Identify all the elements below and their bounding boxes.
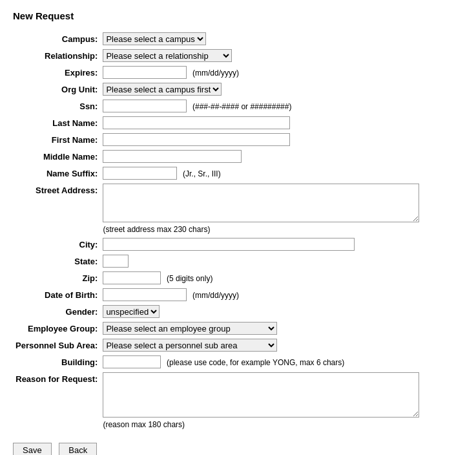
state-label: State: [13,253,100,270]
relationship-label: Relationship: [13,47,100,64]
personnel-sub-area-select[interactable]: Please select a personnel sub area [103,339,277,352]
ssn-hint: (###-##-#### or #########) [192,102,291,111]
dob-label: Date of Birth: [13,286,100,303]
building-hint: (please use code, for example YONG, max … [167,358,344,367]
building-input[interactable] [103,355,161,368]
first-name-input[interactable] [103,133,290,146]
dob-input[interactable] [103,288,187,301]
org-unit-label: Org Unit: [13,81,100,98]
name-suffix-hint: (Jr., Sr., III) [183,169,221,178]
gender-select[interactable]: unspecified Male Female [103,305,160,318]
org-unit-select[interactable]: Please select a campus first [103,83,222,96]
middle-name-label: Middle Name: [13,148,100,165]
first-name-label: First Name: [13,131,100,148]
city-label: City: [13,236,100,253]
last-name-input[interactable] [103,116,290,129]
reason-hint: (reason max 180 chars) [103,420,185,429]
dob-hint: (mm/dd/yyyy) [192,291,239,300]
name-suffix-input[interactable] [103,167,177,180]
gender-label: Gender: [13,303,100,320]
building-label: Building: [13,354,100,370]
zip-hint: (5 digits only) [167,274,212,283]
zip-label: Zip: [13,270,100,286]
street-address-hint: (street address max 230 chars) [103,225,210,234]
expires-hint: (mm/dd/yyyy) [192,69,239,78]
employee-group-label: Employee Group: [13,320,100,337]
reason-label: Reason for Request: [13,370,100,431]
city-input[interactable] [103,238,355,251]
back-button[interactable]: Back [59,443,97,455]
campus-select[interactable]: Please select a campus [103,32,206,45]
ssn-input[interactable] [103,100,187,112]
zip-input[interactable] [103,271,161,284]
employee-group-select[interactable]: Please select an employee group [103,322,277,335]
state-input[interactable] [103,255,129,268]
page-title: New Request [13,10,463,21]
relationship-select[interactable]: Please select a relationship [103,49,232,62]
save-button[interactable]: Save [13,443,52,455]
middle-name-input[interactable] [103,150,242,163]
ssn-label: Ssn: [13,98,100,114]
last-name-label: Last Name: [13,114,100,131]
street-address-label: Street Address: [13,182,100,236]
name-suffix-label: Name Suffix: [13,165,100,182]
street-address-input[interactable] [103,184,419,222]
reason-input[interactable] [103,372,419,418]
personnel-sub-area-label: Personnel Sub Area: [13,337,100,354]
expires-label: Expires: [13,64,100,81]
campus-label: Campus: [13,30,100,47]
expires-input[interactable] [103,66,187,79]
